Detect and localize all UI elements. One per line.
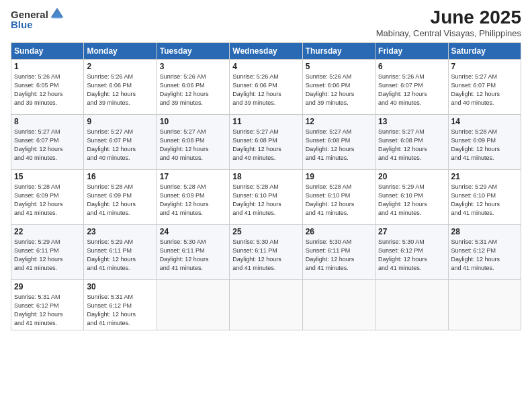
logo-icon bbox=[50, 7, 64, 21]
table-row: 4 Sunrise: 5:26 AMSunset: 6:06 PMDayligh… bbox=[230, 60, 302, 115]
day-info: Sunrise: 5:26 AMSunset: 6:07 PMDaylight:… bbox=[378, 73, 427, 106]
table-row: 3 Sunrise: 5:26 AMSunset: 6:06 PMDayligh… bbox=[157, 60, 229, 115]
day-number: 13 bbox=[378, 117, 445, 126]
logo-blue: Blue bbox=[11, 19, 33, 30]
table-row: 30 Sunrise: 5:31 AMSunset: 6:12 PMDaylig… bbox=[84, 280, 157, 330]
day-number: 10 bbox=[160, 117, 226, 126]
day-number: 26 bbox=[306, 227, 372, 236]
day-number: 3 bbox=[160, 62, 226, 71]
day-info: Sunrise: 5:30 AMSunset: 6:11 PMDaylight:… bbox=[306, 238, 355, 271]
day-info: Sunrise: 5:26 AMSunset: 6:06 PMDaylight:… bbox=[306, 73, 355, 106]
day-number: 2 bbox=[87, 62, 153, 71]
col-friday: Friday bbox=[375, 43, 448, 60]
day-info: Sunrise: 5:29 AMSunset: 6:11 PMDaylight:… bbox=[87, 238, 136, 271]
day-number: 21 bbox=[451, 172, 518, 181]
day-number: 7 bbox=[451, 62, 518, 71]
table-row: 8 Sunrise: 5:27 AMSunset: 6:07 PMDayligh… bbox=[11, 115, 84, 170]
day-info: Sunrise: 5:28 AMSunset: 6:09 PMDaylight:… bbox=[160, 183, 209, 216]
day-number: 16 bbox=[87, 172, 153, 181]
day-info: Sunrise: 5:28 AMSunset: 6:10 PMDaylight:… bbox=[232, 183, 281, 216]
day-number: 28 bbox=[451, 227, 518, 236]
table-row: 28 Sunrise: 5:31 AMSunset: 6:12 PMDaylig… bbox=[448, 225, 521, 280]
table-row: 16 Sunrise: 5:28 AMSunset: 6:09 PMDaylig… bbox=[84, 170, 157, 225]
day-number: 4 bbox=[232, 62, 299, 71]
day-info: Sunrise: 5:29 AMSunset: 6:11 PMDaylight:… bbox=[14, 238, 63, 271]
table-row: 5 Sunrise: 5:26 AMSunset: 6:06 PMDayligh… bbox=[302, 60, 375, 115]
day-number: 1 bbox=[14, 62, 81, 71]
day-number: 24 bbox=[160, 227, 226, 236]
day-info: Sunrise: 5:26 AMSunset: 6:05 PMDaylight:… bbox=[14, 73, 63, 106]
table-row: 27 Sunrise: 5:30 AMSunset: 6:12 PMDaylig… bbox=[375, 225, 448, 280]
day-info: Sunrise: 5:28 AMSunset: 6:09 PMDaylight:… bbox=[451, 128, 500, 161]
table-row: 9 Sunrise: 5:27 AMSunset: 6:07 PMDayligh… bbox=[84, 115, 157, 170]
table-row bbox=[157, 280, 229, 330]
day-number: 15 bbox=[14, 172, 81, 181]
day-info: Sunrise: 5:30 AMSunset: 6:11 PMDaylight:… bbox=[160, 238, 209, 271]
day-number: 11 bbox=[232, 117, 299, 126]
day-number: 19 bbox=[306, 172, 372, 181]
col-tuesday: Tuesday bbox=[157, 43, 229, 60]
table-row: 1 Sunrise: 5:26 AMSunset: 6:05 PMDayligh… bbox=[11, 60, 84, 115]
day-info: Sunrise: 5:31 AMSunset: 6:12 PMDaylight:… bbox=[87, 293, 136, 326]
table-row: 20 Sunrise: 5:29 AMSunset: 6:10 PMDaylig… bbox=[375, 170, 448, 225]
col-saturday: Saturday bbox=[448, 43, 521, 60]
day-info: Sunrise: 5:27 AMSunset: 6:08 PMDaylight:… bbox=[378, 128, 427, 161]
day-number: 5 bbox=[306, 62, 372, 71]
title-block: June 2025 Mabinay, Central Visayas, Phil… bbox=[376, 7, 521, 38]
day-info: Sunrise: 5:27 AMSunset: 6:07 PMDaylight:… bbox=[14, 128, 63, 161]
day-number: 20 bbox=[378, 172, 445, 181]
calendar-header-row: Sunday Monday Tuesday Wednesday Thursday… bbox=[11, 43, 521, 60]
day-number: 6 bbox=[378, 62, 445, 71]
day-number: 12 bbox=[306, 117, 372, 126]
day-info: Sunrise: 5:30 AMSunset: 6:11 PMDaylight:… bbox=[232, 238, 281, 271]
table-row: 24 Sunrise: 5:30 AMSunset: 6:11 PMDaylig… bbox=[157, 225, 229, 280]
day-info: Sunrise: 5:31 AMSunset: 6:12 PMDaylight:… bbox=[14, 293, 63, 326]
table-row: 29 Sunrise: 5:31 AMSunset: 6:12 PMDaylig… bbox=[11, 280, 84, 330]
table-row: 25 Sunrise: 5:30 AMSunset: 6:11 PMDaylig… bbox=[230, 225, 302, 280]
day-number: 23 bbox=[87, 227, 153, 236]
table-row: 14 Sunrise: 5:28 AMSunset: 6:09 PMDaylig… bbox=[448, 115, 521, 170]
table-row bbox=[302, 280, 375, 330]
col-sunday: Sunday bbox=[11, 43, 84, 60]
table-row: 6 Sunrise: 5:26 AMSunset: 6:07 PMDayligh… bbox=[375, 60, 448, 115]
table-row bbox=[448, 280, 521, 330]
table-row: 26 Sunrise: 5:30 AMSunset: 6:11 PMDaylig… bbox=[302, 225, 375, 280]
day-info: Sunrise: 5:27 AMSunset: 6:08 PMDaylight:… bbox=[306, 128, 355, 161]
day-number: 17 bbox=[160, 172, 226, 181]
day-info: Sunrise: 5:26 AMSunset: 6:06 PMDaylight:… bbox=[87, 73, 136, 106]
day-info: Sunrise: 5:27 AMSunset: 6:07 PMDaylight:… bbox=[451, 73, 500, 106]
table-row: 12 Sunrise: 5:27 AMSunset: 6:08 PMDaylig… bbox=[302, 115, 375, 170]
calendar-container: General Blue June 2025 Mabinay, Central … bbox=[0, 0, 532, 411]
day-number: 22 bbox=[14, 227, 81, 236]
day-info: Sunrise: 5:26 AMSunset: 6:06 PMDaylight:… bbox=[160, 73, 209, 106]
table-row: 22 Sunrise: 5:29 AMSunset: 6:11 PMDaylig… bbox=[11, 225, 84, 280]
day-info: Sunrise: 5:29 AMSunset: 6:10 PMDaylight:… bbox=[378, 183, 427, 216]
day-number: 29 bbox=[14, 282, 81, 291]
table-row: 19 Sunrise: 5:28 AMSunset: 6:10 PMDaylig… bbox=[302, 170, 375, 225]
table-row: 15 Sunrise: 5:28 AMSunset: 6:09 PMDaylig… bbox=[11, 170, 84, 225]
day-info: Sunrise: 5:28 AMSunset: 6:09 PMDaylight:… bbox=[14, 183, 63, 216]
table-row: 21 Sunrise: 5:29 AMSunset: 6:10 PMDaylig… bbox=[448, 170, 521, 225]
col-monday: Monday bbox=[84, 43, 157, 60]
day-info: Sunrise: 5:28 AMSunset: 6:09 PMDaylight:… bbox=[87, 183, 136, 216]
day-number: 14 bbox=[451, 117, 518, 126]
logo-general: General bbox=[11, 9, 48, 20]
day-info: Sunrise: 5:27 AMSunset: 6:07 PMDaylight:… bbox=[87, 128, 136, 161]
day-info: Sunrise: 5:30 AMSunset: 6:12 PMDaylight:… bbox=[378, 238, 427, 271]
day-number: 18 bbox=[232, 172, 299, 181]
day-info: Sunrise: 5:27 AMSunset: 6:08 PMDaylight:… bbox=[160, 128, 209, 161]
day-info: Sunrise: 5:27 AMSunset: 6:08 PMDaylight:… bbox=[232, 128, 281, 161]
day-info: Sunrise: 5:31 AMSunset: 6:12 PMDaylight:… bbox=[451, 238, 500, 271]
table-row: 11 Sunrise: 5:27 AMSunset: 6:08 PMDaylig… bbox=[230, 115, 302, 170]
day-number: 27 bbox=[378, 227, 445, 236]
table-row: 17 Sunrise: 5:28 AMSunset: 6:09 PMDaylig… bbox=[157, 170, 229, 225]
table-row: 10 Sunrise: 5:27 AMSunset: 6:08 PMDaylig… bbox=[157, 115, 229, 170]
month-year: June 2025 bbox=[376, 7, 521, 28]
col-thursday: Thursday bbox=[302, 43, 375, 60]
col-wednesday: Wednesday bbox=[230, 43, 302, 60]
logo: General Blue bbox=[11, 7, 64, 30]
calendar-table: Sunday Monday Tuesday Wednesday Thursday… bbox=[11, 42, 521, 330]
location: Mabinay, Central Visayas, Philippines bbox=[376, 28, 521, 38]
table-row: 23 Sunrise: 5:29 AMSunset: 6:11 PMDaylig… bbox=[84, 225, 157, 280]
day-info: Sunrise: 5:26 AMSunset: 6:06 PMDaylight:… bbox=[232, 73, 281, 106]
